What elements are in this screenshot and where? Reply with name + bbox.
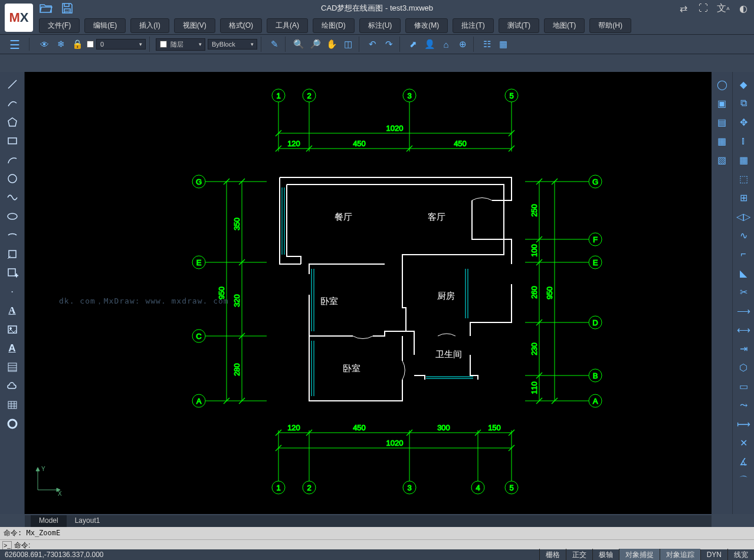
visibility-icon[interactable]: 👁 — [37, 37, 51, 51]
menu-insert[interactable]: 插入(I) — [130, 18, 169, 33]
status-lwt[interactable]: 线宽 — [727, 549, 754, 561]
status-polar[interactable]: 极轴 — [592, 549, 619, 561]
layer-zero-select[interactable]: 0 — [96, 39, 146, 50]
align-icon[interactable]: ⌒ — [735, 472, 752, 489]
menu-edit[interactable]: 编辑(E) — [84, 18, 126, 33]
status-ortho[interactable]: 正交 — [566, 549, 592, 561]
globe-icon[interactable]: ⊕ — [455, 37, 470, 51]
database-icon[interactable]: ☷ — [480, 37, 494, 51]
circle2-icon[interactable]: ◯ — [713, 75, 731, 93]
table-icon[interactable] — [3, 396, 22, 414]
status-osnap[interactable]: 对象捕捉 — [619, 549, 660, 561]
pan-icon[interactable]: ✋ — [324, 37, 339, 51]
menu-format[interactable]: 格式(O) — [220, 18, 262, 33]
menu-draw[interactable]: 绘图(D) — [313, 18, 355, 33]
order2-icon[interactable]: ▧ — [713, 151, 731, 169]
status-otrack[interactable]: 对象追踪 — [660, 549, 700, 561]
point-icon[interactable]: · — [3, 283, 22, 301]
freeze-icon[interactable]: ❄ — [54, 37, 68, 51]
status-grid[interactable]: 栅格 — [539, 549, 566, 561]
tab-model[interactable]: Model — [31, 515, 67, 527]
image-insert-icon[interactable] — [3, 321, 22, 338]
save-web-icon[interactable]: web — [60, 1, 74, 15]
mtext-icon[interactable]: A — [3, 340, 22, 357]
send-back-icon[interactable]: ▤ — [713, 113, 731, 131]
move-icon[interactable]: ✥ — [735, 113, 752, 131]
text-icon[interactable]: A — [3, 302, 22, 319]
fullscreen-icon[interactable]: ⛶ — [697, 2, 709, 14]
pencil-icon[interactable]: ✎ — [267, 37, 281, 51]
donut-icon[interactable] — [3, 415, 22, 433]
ellipse-arc-icon[interactable] — [3, 226, 22, 244]
home-icon[interactable]: ⌂ — [439, 37, 453, 51]
mirror-icon[interactable]: ◁▷ — [735, 207, 752, 225]
chamfer-icon[interactable]: ◣ — [735, 264, 752, 282]
layer-color-swatch[interactable] — [87, 41, 94, 48]
stretch-icon[interactable]: ⇥ — [735, 340, 752, 357]
linear-dim-icon[interactable]: ⟷ — [735, 321, 752, 338]
menu-file[interactable]: 文件(F) — [39, 18, 80, 33]
polygon-icon[interactable] — [3, 113, 22, 131]
user-icon[interactable]: 👤 — [422, 37, 437, 51]
svg-text:230: 230 — [530, 342, 539, 355]
swap-icon[interactable]: ⇄ — [677, 2, 689, 14]
angle-dim-icon[interactable]: ∡ — [735, 453, 752, 470]
menu-test[interactable]: 测试(T) — [499, 18, 539, 33]
zoom-out-icon[interactable]: 🔎 — [308, 37, 322, 51]
menu-view[interactable]: 视图(V) — [174, 18, 215, 33]
open-icon[interactable] — [39, 1, 53, 15]
insert-icon[interactable]: + — [3, 264, 22, 282]
join-icon[interactable]: ⟼ — [735, 415, 752, 433]
rectangle-icon[interactable] — [3, 132, 22, 150]
rotate-icon[interactable]: ∿ — [735, 226, 752, 244]
arc-icon[interactable] — [3, 94, 22, 112]
image-icon[interactable]: ▦ — [496, 37, 510, 51]
status-dyn[interactable]: DYN — [700, 549, 727, 560]
ellipse-icon[interactable] — [3, 207, 22, 225]
menu-annot[interactable]: 批注(T) — [453, 18, 493, 33]
break-icon[interactable]: ⤳ — [735, 396, 752, 414]
layer-select[interactable]: 随层 — [156, 38, 205, 51]
svg-text:250: 250 — [530, 204, 539, 217]
menu-dim[interactable]: 标注(U) — [359, 18, 401, 33]
extend-icon[interactable]: ⟶ — [735, 302, 752, 319]
svg-text:450: 450 — [353, 423, 366, 432]
spline-icon[interactable] — [3, 189, 22, 206]
order1-icon[interactable]: ▦ — [713, 132, 731, 150]
cube-icon[interactable]: ⬡ — [735, 358, 752, 376]
menu-map[interactable]: 地图(T) — [544, 18, 585, 33]
array-icon[interactable]: ▦ — [735, 151, 752, 169]
undo-icon[interactable]: ↶ — [365, 37, 379, 51]
theme-icon[interactable]: ◐ — [737, 2, 749, 14]
grid-icon[interactable]: ⊞ — [735, 189, 752, 206]
copy-icon[interactable]: ⧉ — [735, 94, 752, 112]
offset-icon[interactable]: ⫿ — [735, 132, 752, 150]
hatch-icon[interactable] — [3, 358, 22, 376]
menu-help[interactable]: 帮助(H) — [589, 18, 631, 33]
menu-modify[interactable]: 修改(M) — [405, 18, 448, 33]
menu-tools[interactable]: 工具(A) — [267, 18, 308, 33]
scale-icon[interactable]: ▭ — [735, 377, 752, 395]
line-icon[interactable] — [3, 75, 22, 93]
block-icon[interactable] — [3, 245, 22, 263]
angle-icon[interactable]: ◫ — [341, 37, 355, 51]
tab-layout1[interactable]: Layout1 — [67, 515, 109, 527]
bring-front-icon[interactable]: ▣ — [713, 94, 731, 112]
erase-icon[interactable]: ◆ — [735, 75, 752, 93]
trim-icon[interactable]: ✂ — [735, 283, 752, 301]
explode-icon[interactable]: ✕ — [735, 434, 752, 452]
zoom-in-icon[interactable]: 🔍 — [291, 37, 306, 51]
drawing-canvas[interactable]: dk. com，MxDraw: www. mxdraw. com YX 1 2 … — [25, 72, 712, 514]
cloud-icon[interactable] — [3, 377, 22, 395]
fillet-icon[interactable]: ⌐ — [735, 245, 752, 263]
redo-icon[interactable]: ↷ — [382, 37, 396, 51]
linetype-select[interactable]: ByBlock — [208, 39, 257, 50]
lang-icon[interactable]: 文A — [717, 2, 729, 14]
svg-text:300: 300 — [437, 423, 450, 432]
selwin-icon[interactable]: ⬚ — [735, 170, 752, 187]
layers-icon[interactable]: ☰ — [9, 38, 25, 53]
extents-icon[interactable]: ⬈ — [406, 37, 420, 51]
circle-icon[interactable] — [3, 170, 22, 187]
arc2-icon[interactable] — [3, 151, 22, 169]
lock-icon[interactable]: 🔒 — [70, 37, 84, 51]
